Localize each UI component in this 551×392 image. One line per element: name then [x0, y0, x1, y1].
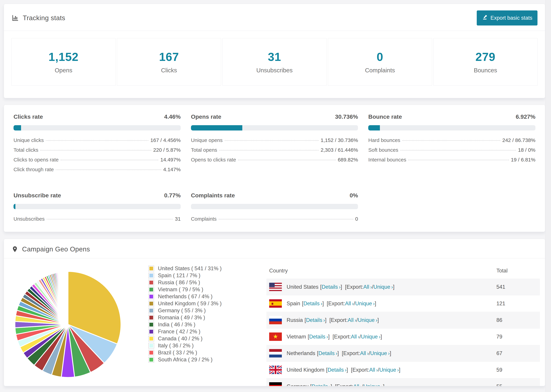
- slash: /: [362, 384, 363, 386]
- legend-label: Italy ( 36 / 2% ): [158, 343, 194, 349]
- page-scrollbar[interactable]: [545, 0, 551, 392]
- export-unique-link[interactable]: Unique: [373, 284, 390, 290]
- chevron-right-icon: ›: [388, 350, 390, 356]
- export-unique-link[interactable]: Unique: [379, 367, 396, 373]
- chevron-right-icon: ›: [339, 284, 341, 290]
- export-basic-stats-button[interactable]: Export basic stats: [477, 10, 537, 26]
- export-unique-link[interactable]: Unique: [363, 384, 380, 386]
- bracket: ]: [390, 350, 391, 357]
- bracket: ]: [393, 284, 395, 290]
- export-unique-link[interactable]: Unique: [370, 350, 387, 357]
- legend-label: Vietnam ( 79 / 5% ): [158, 287, 203, 293]
- chevron-right-icon: ›: [376, 317, 377, 323]
- chevron-right-icon: ›: [352, 301, 354, 307]
- location-pin-icon: [11, 245, 18, 253]
- rate-detail-row: Opens to clicks rate689.82%: [191, 157, 358, 167]
- rate-value: 0%: [350, 192, 358, 199]
- pie-slice[interactable]: [68, 271, 68, 324]
- bracket: ]: [383, 384, 384, 386]
- chevron-right-icon: ›: [329, 384, 331, 386]
- details-link[interactable]: Details: [312, 384, 328, 386]
- export-unique-link[interactable]: Unique: [358, 317, 374, 323]
- legend-swatch: [148, 322, 154, 328]
- country-total: 79: [494, 328, 540, 345]
- chevron-right-icon: ›: [354, 317, 356, 323]
- bracket: [: [326, 367, 328, 373]
- bracket: ]: [381, 334, 382, 340]
- rate-section: Clicks rate4.46%Unique clicks167 / 4.456…: [14, 113, 181, 176]
- slash: /: [372, 284, 374, 290]
- table-row: Germany[Details›] [Export: All› / Unique…: [266, 378, 540, 386]
- chevron-right-icon: ›: [358, 334, 360, 340]
- chevron-right-icon: ›: [326, 334, 328, 340]
- country-name: Germany: [287, 384, 308, 386]
- export-label: ] [Export:: [346, 367, 369, 373]
- details-link[interactable]: Details: [306, 317, 322, 323]
- country-total: 67: [494, 345, 540, 362]
- rate-section: Complaints rate0%Complaints0: [191, 192, 358, 226]
- table-row: Russia[Details›] [Export: All› / Unique›…: [266, 312, 540, 328]
- details-link[interactable]: Details: [318, 350, 335, 357]
- stat-box: 0Complaints: [328, 38, 432, 86]
- legend-swatch: [148, 329, 154, 335]
- stat-label: Clicks: [161, 67, 177, 74]
- rate-detail-row: Clicks to opens rate14.497%: [14, 157, 181, 167]
- rate-progress-bar: [368, 125, 536, 131]
- legend-swatch: [148, 294, 154, 300]
- rate-detail-row: Soft bounces18 / 0%: [368, 147, 536, 157]
- rate-detail-row: Total clicks220 / 5.87%: [14, 147, 181, 157]
- legend-swatch: [148, 350, 154, 356]
- geo-countries-table: Country Total United States[Details›] [E…: [266, 263, 540, 386]
- export-all-link[interactable]: All: [369, 367, 375, 373]
- export-unique-link[interactable]: Unique: [361, 334, 378, 340]
- rate-value: 6.927%: [516, 113, 536, 120]
- export-all-link[interactable]: All: [348, 317, 353, 323]
- chevron-right-icon: ›: [397, 367, 399, 373]
- tracking-stats-panel: Tracking stats Export basic stats 1,152O…: [4, 4, 545, 98]
- chevron-right-icon: ›: [373, 301, 375, 307]
- rate-title: Bounce rate: [368, 113, 402, 120]
- rates-grid: Clicks rate4.46%Unique clicks167 / 4.456…: [4, 105, 545, 234]
- legend-label: Brazil ( 33 / 2% ): [158, 350, 197, 356]
- panel-title-tracking: Tracking stats: [23, 14, 65, 22]
- legend-label: Romania ( 49 / 3% ): [158, 315, 205, 321]
- legend-item: South Africa ( 29 / 2% ): [148, 356, 266, 363]
- geo-pie-chart[interactable]: [11, 263, 148, 386]
- details-link[interactable]: Details: [309, 334, 325, 340]
- export-label: ] [Export:: [331, 384, 353, 386]
- rate-value: 0.77%: [164, 192, 181, 199]
- export-all-link[interactable]: All: [345, 301, 351, 307]
- legend-item: Netherlands ( 67 / 4% ): [148, 293, 266, 300]
- stats-row: 1,152Opens167Clicks31Unsubscribes0Compla…: [4, 31, 545, 93]
- legend-swatch: [148, 336, 154, 342]
- rate-detail-row: Complaints0: [191, 216, 358, 226]
- bar-chart-icon: [11, 14, 19, 22]
- export-all-link[interactable]: All: [363, 284, 369, 290]
- legend-swatch: [148, 315, 154, 321]
- legend-swatch: [148, 287, 154, 293]
- details-link[interactable]: Details: [304, 301, 320, 307]
- chevron-right-icon: ›: [367, 350, 369, 356]
- legend-item: Romania ( 49 / 3% ): [148, 314, 266, 321]
- chevron-right-icon: ›: [321, 301, 322, 307]
- export-all-link[interactable]: All: [360, 350, 366, 357]
- export-unique-link[interactable]: Unique: [355, 301, 372, 307]
- country-name: Spain: [287, 301, 300, 307]
- legend-swatch: [148, 357, 154, 363]
- export-all-link[interactable]: All: [351, 334, 357, 340]
- rate-progress-bar: [14, 204, 181, 209]
- country-flag-ru: [269, 316, 282, 324]
- details-link[interactable]: Details: [322, 284, 338, 290]
- export-label: ] [Export:: [341, 284, 363, 290]
- stat-value: 1,152: [49, 50, 78, 63]
- legend-label: India ( 46 / 3% ): [158, 322, 195, 328]
- legend-label: South Africa ( 29 / 2% ): [158, 357, 212, 363]
- bracket: [: [302, 301, 304, 307]
- details-link[interactable]: Details: [327, 367, 344, 373]
- table-row: Vietnam[Details›] [Export: All› / Unique…: [266, 328, 540, 345]
- geo-content: United States ( 541 / 31% )Spain ( 121 /…: [4, 259, 545, 386]
- export-label: ] [Export:: [325, 317, 348, 323]
- export-all-link[interactable]: All: [353, 384, 359, 386]
- legend-item: Brazil ( 33 / 2% ): [148, 349, 266, 356]
- stat-label: Unsubscribes: [256, 67, 293, 74]
